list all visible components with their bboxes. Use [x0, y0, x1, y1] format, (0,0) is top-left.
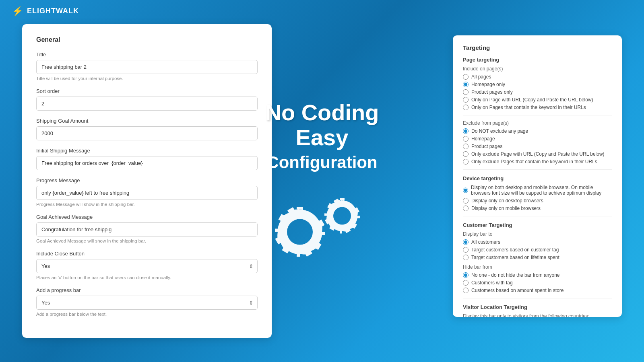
display-bar-to-group: All customers Target customers based on … — [463, 239, 612, 260]
divider-4 — [463, 298, 612, 298]
display-customer-tag-radio[interactable] — [463, 247, 469, 253]
exclude-none-radio[interactable] — [463, 128, 469, 134]
hide-amount-spent[interactable]: Customers based on amount spent in store — [463, 288, 612, 293]
include-keyword-radio[interactable] — [463, 105, 469, 110]
device-both-label: Display on both desktop and mobile brows… — [471, 185, 612, 196]
hide-amount-spent-label: Customers based on amount spent in store — [471, 288, 564, 293]
include-product-pages-label: Product pages only — [471, 89, 513, 95]
hide-no-one[interactable]: No one - do not hide the bar from anyone — [463, 272, 612, 278]
divider-3 — [463, 216, 612, 216]
include-product-pages-radio[interactable] — [463, 89, 469, 95]
targeting-title: Targeting — [463, 44, 612, 51]
progress-bar-select-wrapper: Yes No ⇕ — [36, 296, 258, 310]
sort-order-label: Sort order — [36, 88, 258, 94]
shipping-goal-input[interactable] — [36, 126, 258, 140]
include-all-pages[interactable]: All pages — [463, 74, 612, 80]
exclude-url-page[interactable]: Only exclude Page with URL (Copy and Pas… — [463, 151, 612, 157]
display-all-customers-radio[interactable] — [463, 239, 469, 245]
exclude-none-label: Do NOT exclude any page — [471, 128, 528, 134]
progress-message-input[interactable] — [36, 186, 258, 200]
exclude-keyword-pages[interactable]: Only exclude Pages that contain the keyw… — [463, 159, 612, 165]
page-targeting-title: Page targeting — [463, 57, 612, 63]
progress-message-group: Progress Message Progress Message will s… — [36, 177, 258, 207]
initial-message-input[interactable] — [36, 156, 258, 170]
device-desktop[interactable]: Display only on desktop browsers — [463, 198, 612, 204]
gears-svg — [270, 189, 374, 262]
close-button-hint: Places an 'x' button on the bar so that … — [36, 275, 258, 280]
exclude-pages-group: Do NOT exclude any page Homepage Product… — [463, 128, 612, 165]
close-button-select[interactable]: Yes No — [36, 259, 258, 273]
progress-bar-hint: Add a progress bar below the text. — [36, 312, 258, 317]
goal-achieved-input[interactable] — [36, 222, 258, 237]
hide-no-one-label: No one - do not hide the bar from anyone — [471, 272, 559, 278]
customer-targeting-title: Customer Targeting — [463, 222, 612, 228]
progress-message-hint: Progress Message will show in the shippi… — [36, 202, 258, 207]
sort-order-group: Sort order — [36, 88, 258, 111]
exclude-product-pages-label: Product pages — [471, 144, 502, 149]
divider-2 — [463, 169, 612, 170]
include-url-page[interactable]: Only on Page with URL (Copy and Paste th… — [463, 97, 612, 103]
exclude-url-radio[interactable] — [463, 151, 469, 157]
shipping-goal-group: Shipping Goal Amount — [36, 118, 258, 140]
hide-no-one-radio[interactable] — [463, 272, 469, 278]
logo-text: ELIGHTWALK — [27, 7, 79, 15]
targeting-panel[interactable]: Targeting Page targeting Include on page… — [453, 35, 622, 317]
exclude-none[interactable]: Do NOT exclude any page — [463, 128, 612, 134]
include-url-radio[interactable] — [463, 97, 469, 103]
header: ⚡ ELIGHTWALK — [0, 0, 644, 22]
general-panel: General Title Title will be used for you… — [22, 24, 272, 338]
logo-area: ⚡ ELIGHTWALK — [12, 6, 79, 16]
exclude-product-pages-radio[interactable] — [463, 144, 469, 149]
hide-customer-tag-label: Customers with tag — [471, 280, 513, 286]
exclude-homepage-label: Homepage — [471, 136, 495, 142]
exclude-keyword-radio[interactable] — [463, 159, 469, 165]
display-all-customers-label: All customers — [471, 239, 500, 245]
hide-bar-from-label: Hide bar from — [463, 264, 612, 270]
device-mobile-radio[interactable] — [463, 206, 469, 211]
include-product-pages[interactable]: Product pages only — [463, 89, 612, 95]
include-all-pages-radio[interactable] — [463, 74, 469, 80]
hide-customer-tag-radio[interactable] — [463, 280, 469, 286]
include-homepage-radio[interactable] — [463, 82, 469, 87]
include-keyword-pages[interactable]: Only on Pages that contain the keyword i… — [463, 105, 612, 110]
display-all-customers[interactable]: All customers — [463, 239, 612, 245]
display-bar-to-label: Display bar to — [463, 231, 612, 237]
initial-message-group: Initial Shippig Message — [36, 148, 258, 170]
include-pages-label: Include on page(s) — [463, 66, 612, 72]
hide-amount-spent-radio[interactable] — [463, 288, 469, 293]
tagline-easy: Easy — [258, 125, 386, 150]
exclude-product-pages[interactable]: Product pages — [463, 144, 612, 149]
sort-order-input[interactable] — [36, 97, 258, 111]
gears-illustration — [258, 189, 386, 262]
device-mobile[interactable]: Display only on mobile browsers — [463, 206, 612, 211]
title-input[interactable] — [36, 60, 258, 74]
device-desktop-radio[interactable] — [463, 198, 469, 204]
display-countries-label: Display this bar only to visitors from t… — [463, 313, 612, 317]
display-lifetime-spent-label: Target customers based on lifetime spent — [471, 255, 559, 260]
device-mobile-label: Display only on mobile browsers — [471, 206, 541, 211]
display-lifetime-spent-radio[interactable] — [463, 255, 469, 260]
device-both[interactable]: Display on both desktop and mobile brows… — [463, 185, 612, 196]
display-lifetime-spent[interactable]: Target customers based on lifetime spent — [463, 255, 612, 260]
exclude-homepage[interactable]: Homepage — [463, 136, 612, 142]
device-both-radio[interactable] — [463, 187, 468, 193]
title-hint: Title will be used for your internal pur… — [36, 76, 258, 81]
exclude-homepage-radio[interactable] — [463, 136, 469, 142]
include-homepage-only[interactable]: Homepage only — [463, 82, 612, 87]
visitor-targeting-title: Visitor Location Targeting — [463, 304, 612, 310]
title-label: Title — [36, 51, 258, 58]
close-button-select-wrapper: Yes No ⇕ — [36, 259, 258, 273]
title-group: Title Title will be used for your intern… — [36, 51, 258, 81]
goal-achieved-group: Goal Achieved Message Goal Achieved Mess… — [36, 214, 258, 243]
tagline-no-coding: No Coding — [258, 100, 386, 125]
exclude-keyword-label: Only exclude Pages that contain the keyw… — [471, 159, 597, 165]
goal-achieved-hint: Goal Achieved Message will show in the s… — [36, 239, 258, 243]
center-area: No Coding Easy Configuration — [258, 100, 386, 262]
progress-bar-select[interactable]: Yes No — [36, 296, 258, 310]
goal-achieved-label: Goal Achieved Message — [36, 214, 258, 220]
hide-customer-tag[interactable]: Customers with tag — [463, 280, 612, 286]
display-customer-tag[interactable]: Target customers based on customer tag — [463, 247, 612, 253]
initial-message-label: Initial Shippig Message — [36, 148, 258, 154]
close-button-label: Include Close Button — [36, 251, 258, 257]
divider-1 — [463, 115, 612, 115]
